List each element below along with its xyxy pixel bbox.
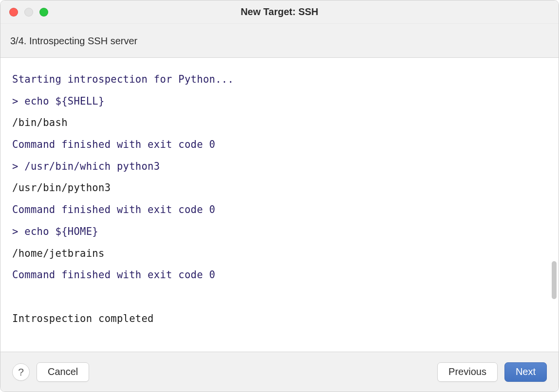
console-line: /bin/bash — [12, 112, 547, 134]
maximize-icon[interactable] — [39, 8, 48, 17]
console-line — [12, 286, 547, 308]
console-output[interactable]: Starting introspection for Python...> ec… — [0, 58, 559, 352]
step-subtitle: 3/4. Introspecting SSH server — [0, 24, 559, 58]
window-title: New Target: SSH — [0, 6, 559, 18]
console-line: /home/jetbrains — [12, 243, 547, 265]
footer: ? Cancel Previous Next — [0, 352, 559, 392]
next-button[interactable]: Next — [504, 362, 547, 382]
console-line: > /usr/bin/which python3 — [12, 156, 547, 178]
console-line: > echo ${SHELL} — [12, 90, 547, 112]
titlebar: New Target: SSH — [0, 0, 559, 24]
minimize-icon — [24, 8, 33, 17]
console-line: Command finished with exit code 0 — [12, 134, 547, 156]
close-icon[interactable] — [9, 8, 18, 17]
console-line: Command finished with exit code 0 — [12, 264, 547, 286]
console-line: /usr/bin/python3 — [12, 177, 547, 199]
console-line: Introspection completed — [12, 308, 547, 330]
dialog-window: New Target: SSH 3/4. Introspecting SSH s… — [0, 0, 559, 392]
cancel-button[interactable]: Cancel — [37, 362, 89, 382]
console-line: > echo ${HOME} — [12, 221, 547, 243]
help-button[interactable]: ? — [12, 363, 30, 381]
console-line: Starting introspection for Python... — [12, 69, 547, 90]
scrollbar-thumb[interactable] — [552, 261, 557, 299]
previous-button[interactable]: Previous — [437, 362, 498, 382]
scrollbar[interactable] — [552, 58, 557, 352]
console-line: Command finished with exit code 0 — [12, 199, 547, 221]
traffic-lights — [0, 8, 48, 17]
